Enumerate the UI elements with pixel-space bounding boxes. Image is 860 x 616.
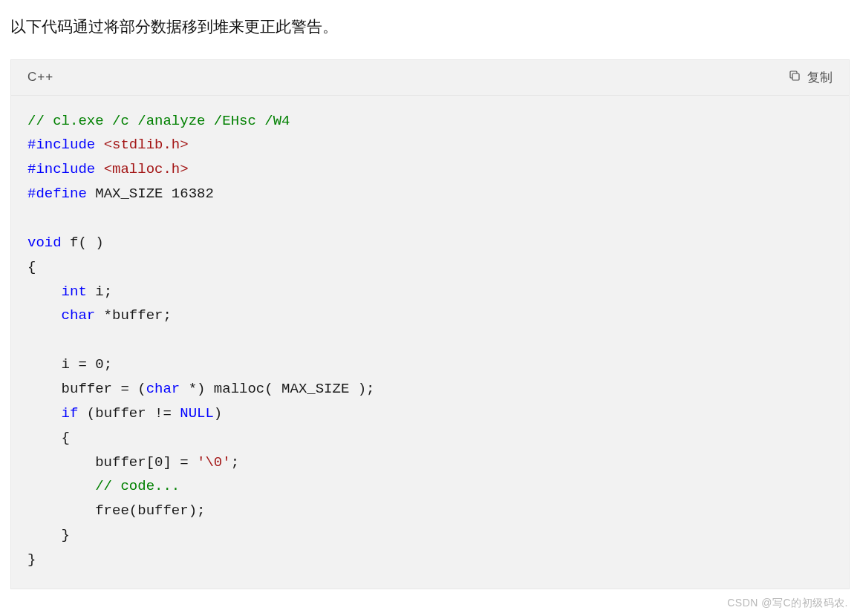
svg-rect-0 (792, 73, 799, 80)
copy-button[interactable]: 复制 (788, 69, 833, 86)
copy-icon (788, 69, 801, 86)
code-block: C++ 复制 // cl.exe /c /analyze /EHsc /W4 #… (10, 59, 850, 589)
watermark: CSDN @写C的初级码农. (727, 597, 848, 610)
code-content: // cl.exe /c /analyze /EHsc /W4 #include… (11, 96, 849, 589)
code-language-label: C++ (27, 70, 53, 85)
intro-text: 以下代码通过将部分数据移到堆来更正此警告。 (10, 15, 850, 39)
copy-button-label: 复制 (807, 69, 833, 86)
code-block-header: C++ 复制 (11, 60, 849, 96)
